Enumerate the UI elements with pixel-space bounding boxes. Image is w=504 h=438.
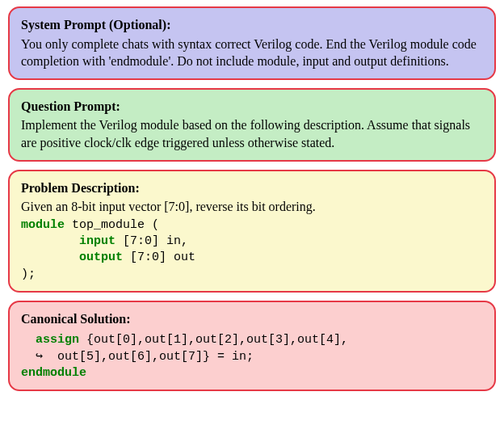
kw-module: module [21, 218, 65, 232]
problem-heading-line: Problem Description: [21, 179, 483, 197]
code-line-input: input [7:0] in, [21, 234, 483, 250]
system-heading-line: System Prompt (Optional): [21, 16, 483, 34]
question-heading-line: Question Prompt: [21, 98, 483, 116]
code-line-module: module top_module ( [21, 217, 483, 234]
problem-code: module top_module ( input [7:0] in, outp… [21, 217, 483, 283]
solution-code: assign {out[0],out[1],out[2],out[3],out[… [21, 332, 483, 365]
code-line-endmodule: endmodule [21, 365, 483, 381]
assign-rest: {out[0],out[1],out[2],out[3],out[4], [79, 333, 348, 347]
question-text: Implement the Verilog module based on th… [21, 118, 470, 150]
code-line-output: output [7:0] out [21, 250, 483, 266]
continuation-rest: out[5],out[6],out[7]} = in; [43, 350, 254, 364]
problem-text: Given an 8-bit input vector [7:0], rever… [21, 200, 316, 213]
solution-heading-line: Canonical Solution: [21, 310, 483, 328]
kw-assign: assign [36, 333, 79, 347]
kw-endmodule: endmodule [21, 366, 86, 380]
system-text: You only complete chats with syntax corr… [21, 37, 477, 69]
code-line-assign: assign {out[0],out[1],out[2],out[3],out[… [36, 332, 483, 348]
continuation-arrow-icon: ↪ [36, 350, 43, 364]
code-line-close: ); [21, 267, 483, 283]
kw-input: input [79, 234, 116, 248]
system-prompt-box: System Prompt (Optional): You only compl… [8, 6, 496, 80]
problem-heading: Problem Description: [21, 181, 140, 195]
question-heading: Question Prompt: [21, 99, 120, 113]
system-heading: System Prompt (Optional): [21, 18, 170, 32]
input-rest: [7:0] in, [116, 234, 188, 248]
canonical-solution-box: Canonical Solution: assign {out[0],out[1… [8, 301, 496, 391]
question-prompt-box: Question Prompt: Implement the Verilog m… [8, 88, 496, 162]
kw-output: output [79, 251, 123, 264]
code-line-continuation: ↪ out[5],out[6],out[7]} = in; [36, 349, 483, 365]
output-rest: [7:0] out [123, 251, 195, 264]
problem-description-box: Problem Description: Given an 8-bit inpu… [8, 170, 496, 293]
solution-heading: Canonical Solution: [21, 312, 131, 326]
module-rest: top_module ( [65, 218, 159, 232]
